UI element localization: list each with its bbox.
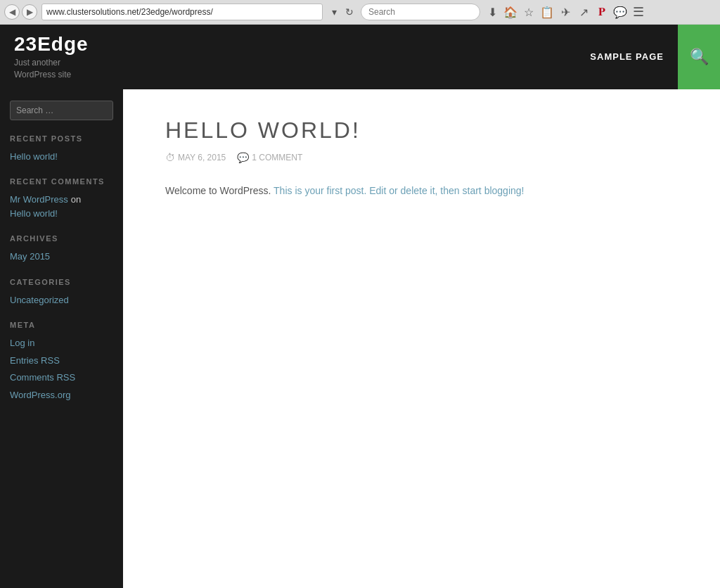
archives-title: ARCHIVES xyxy=(10,234,113,243)
meta-section: META Log in Entries RSS Comments RSS Wor… xyxy=(10,321,113,402)
recent-posts-title: RECENT POSTS xyxy=(10,134,113,143)
site-title-area: 23Edge Just another WordPress site xyxy=(0,25,103,89)
back-button[interactable]: ◀ xyxy=(4,4,20,20)
archive-link-1[interactable]: May 2015 xyxy=(10,250,113,264)
menu-icon[interactable]: ☰ xyxy=(631,4,646,20)
search-icon: 🔍 xyxy=(690,48,709,66)
category-link-1[interactable]: Uncategorized xyxy=(10,293,113,307)
main-content: HELLO WORLD! ⏱ MAY 6, 2015 💬 1 COMMENT W… xyxy=(123,89,720,588)
site-wrapper: 23Edge Just another WordPress site SAMPL… xyxy=(0,25,720,588)
refresh-icon[interactable]: ↻ xyxy=(342,5,356,19)
post-content-prefix: Welcome to WordPress. xyxy=(165,185,274,196)
post-content: Welcome to WordPress. This is your first… xyxy=(165,183,678,200)
site-title[interactable]: 23Edge xyxy=(14,33,89,56)
address-bar[interactable] xyxy=(41,4,323,20)
forward-button[interactable]: ▶ xyxy=(22,4,37,20)
header-nav: SAMPLE PAGE 🔍 xyxy=(576,25,720,89)
sample-page-link[interactable]: SAMPLE PAGE xyxy=(576,25,678,89)
recent-comments-title: RECENT COMMENTS xyxy=(10,177,113,186)
site-header: 23Edge Just another WordPress site SAMPL… xyxy=(0,25,720,89)
share-icon[interactable]: ↗ xyxy=(576,4,591,20)
dropdown-icon[interactable]: ▾ xyxy=(327,5,341,19)
categories-title: CATEGORIES xyxy=(10,278,113,286)
post-date-item: ⏱ MAY 6, 2015 xyxy=(165,152,226,163)
comment-post-link[interactable]: Hello world! xyxy=(10,207,113,221)
nav-buttons: ◀ ▶ xyxy=(4,4,37,20)
clock-icon: ⏱ xyxy=(165,152,175,163)
send-icon[interactable]: ✈ xyxy=(558,4,573,20)
post-article: HELLO WORLD! ⏱ MAY 6, 2015 💬 1 COMMENT W… xyxy=(165,117,678,200)
meta-entries-rss-link[interactable]: Entries RSS xyxy=(10,354,113,368)
comment-author-link[interactable]: Mr WordPress xyxy=(10,194,68,205)
sidebar-search-input[interactable] xyxy=(10,101,113,120)
bookmark-icon[interactable]: ☆ xyxy=(521,4,536,20)
url-icons: ▾ ↻ xyxy=(327,5,356,19)
post-title: HELLO WORLD! xyxy=(165,117,678,143)
recent-post-link-1[interactable]: Hello world! xyxy=(10,150,113,164)
pinterest-icon[interactable]: 𝐏 xyxy=(594,4,610,20)
meta-wordpress-org-link[interactable]: WordPress.org xyxy=(10,388,113,402)
site-tagline: Just another WordPress site xyxy=(14,57,89,81)
browser-chrome: ◀ ▶ ▾ ↻ ⬇ 🏠 ☆ 📋 ✈ ↗ 𝐏 💬 ☰ xyxy=(0,0,720,25)
post-meta: ⏱ MAY 6, 2015 💬 1 COMMENT xyxy=(165,152,678,163)
comment-on-text: on xyxy=(71,194,81,205)
comment-icon: 💬 xyxy=(237,152,249,163)
categories-section: CATEGORIES Uncategorized xyxy=(10,278,113,307)
meta-comments-rss-link[interactable]: Comments RSS xyxy=(10,371,113,385)
archives-section: ARCHIVES May 2015 xyxy=(10,234,113,264)
meta-login-link[interactable]: Log in xyxy=(10,336,113,350)
header-search-button[interactable]: 🔍 xyxy=(678,25,720,89)
post-date: MAY 6, 2015 xyxy=(178,153,226,162)
post-comments-link[interactable]: 1 COMMENT xyxy=(252,153,302,162)
post-comments-item: 💬 1 COMMENT xyxy=(237,152,302,163)
recent-comments-section: RECENT COMMENTS Mr WordPress on Hello wo… xyxy=(10,177,113,220)
recent-comment-1: Mr WordPress on Hello world! xyxy=(10,193,113,220)
browser-search-input[interactable] xyxy=(361,4,480,20)
sidebar: RECENT POSTS Hello world! RECENT COMMENT… xyxy=(0,89,123,588)
browser-toolbar: ◀ ▶ ▾ ↻ ⬇ 🏠 ☆ 📋 ✈ ↗ 𝐏 💬 ☰ xyxy=(0,0,720,24)
meta-title: META xyxy=(10,321,113,329)
recent-posts-section: RECENT POSTS Hello world! xyxy=(10,134,113,164)
site-body: RECENT POSTS Hello world! RECENT COMMENT… xyxy=(0,89,720,588)
chat-icon[interactable]: 💬 xyxy=(612,4,628,20)
sidebar-search xyxy=(10,101,113,120)
download-icon[interactable]: ⬇ xyxy=(484,4,500,20)
toolbar-icons: ⬇ 🏠 ☆ 📋 ✈ ↗ 𝐏 💬 ☰ xyxy=(484,4,646,20)
bookmarks-icon[interactable]: 📋 xyxy=(539,4,555,20)
post-content-link[interactable]: This is your first post. Edit or delete … xyxy=(274,185,524,196)
home-icon[interactable]: 🏠 xyxy=(503,4,518,20)
